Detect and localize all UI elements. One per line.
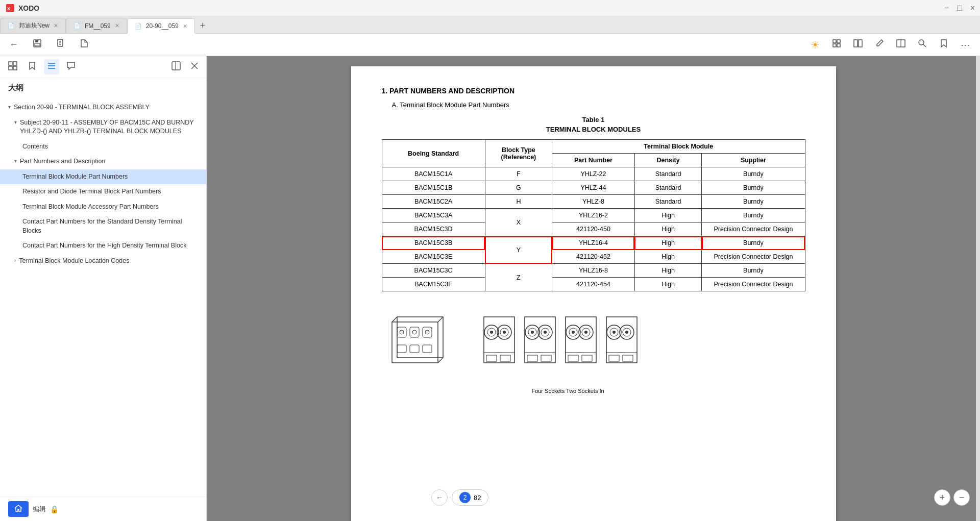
- tab-label: FM__059: [85, 22, 111, 30]
- tab-close-1[interactable]: ✕: [54, 22, 58, 29]
- col-density-header: Density: [634, 154, 701, 167]
- zoom-controls: + −: [934, 489, 970, 506]
- svg-rect-74: [606, 317, 637, 363]
- table-cell-boeing-std: BACM15C3E: [382, 250, 485, 264]
- sidebar-item-resistor-diode[interactable]: Resistor and Diode Terminal Block Part N…: [0, 184, 206, 200]
- table-cell-block-type: H: [485, 195, 552, 209]
- table-cell-part-number: YHLZ-44: [552, 181, 635, 195]
- svg-point-77: [612, 331, 616, 334]
- svg-point-60: [544, 331, 547, 334]
- lock-icon: 🔒: [50, 505, 59, 513]
- svg-rect-26: [172, 62, 180, 70]
- sidebar-item-label: Section 20-90 - TERMINAL BLOCK ASSEMBLY: [14, 103, 150, 112]
- back-button[interactable]: ←: [6, 37, 21, 52]
- fit-page-icon: [832, 39, 841, 48]
- table-cell-part-number: YHLZ16-8: [552, 264, 635, 278]
- thumbnail-tool-button[interactable]: [5, 59, 20, 75]
- svg-line-32: [392, 317, 397, 322]
- scrollbar[interactable]: [976, 56, 980, 521]
- tab-close-2[interactable]: ✕: [115, 22, 119, 29]
- svg-point-41: [400, 330, 404, 334]
- table-cell-boeing-std: BACM15C1A: [382, 167, 485, 181]
- file-icon: [80, 39, 89, 48]
- svg-line-34: [438, 358, 443, 363]
- app-logo: X XODO: [5, 3, 39, 13]
- save-button[interactable]: [30, 37, 45, 53]
- pdf-area[interactable]: 1. PART NUMBERS AND DESCRIPTION A. Termi…: [207, 56, 980, 521]
- more-button[interactable]: ⋯: [958, 37, 974, 53]
- tab-2090059[interactable]: 📄 20-90__059 ✕: [127, 18, 195, 34]
- tab-fm059[interactable]: 📄 FM__059 ✕: [66, 18, 127, 33]
- sidebar: 大纲 ▾ Section 20-90 - TERMINAL BLOCK ASSE…: [0, 56, 207, 521]
- svg-rect-10: [837, 40, 840, 43]
- file-button[interactable]: [77, 37, 92, 53]
- svg-rect-40: [423, 345, 432, 353]
- expand-sidebar-button[interactable]: [168, 59, 184, 75]
- sidebar-item-label: Subject 20-90-11 - ASSEMBLY OF BACM15C A…: [20, 118, 198, 136]
- sidebar-item-contact-standard[interactable]: Contact Part Numbers for the Standard De…: [0, 214, 206, 238]
- current-page: 2: [459, 492, 471, 503]
- comment-tool-button[interactable]: [63, 59, 79, 75]
- prev-page-button[interactable]: ←: [431, 489, 448, 506]
- outline-tool-button[interactable]: [44, 59, 59, 75]
- home-icon: [14, 504, 22, 512]
- sidebar-item-label: Terminal Block Module Location Codes: [19, 257, 129, 266]
- svg-rect-36: [410, 327, 419, 337]
- svg-rect-3: [35, 40, 38, 42]
- svg-line-18: [923, 44, 926, 47]
- tab-icon: 📄: [8, 22, 15, 29]
- sidebar-item-label: Terminal Block Module Accessory Part Num…: [22, 203, 159, 212]
- split-button[interactable]: [893, 37, 909, 53]
- sun-button[interactable]: ☀: [807, 37, 823, 53]
- tab-bangdikuai[interactable]: 📄 邦迪块New ✕: [0, 18, 66, 33]
- table-cell-density: High: [634, 278, 701, 291]
- home-button[interactable]: [8, 501, 29, 517]
- close-button[interactable]: ×: [970, 4, 975, 13]
- zoom-in-button[interactable]: +: [934, 489, 950, 506]
- svg-rect-54: [525, 317, 555, 363]
- chevron-down-icon: ▾: [14, 119, 17, 125]
- minimize-button[interactable]: −: [944, 4, 949, 13]
- tab-close-3[interactable]: ✕: [183, 23, 187, 30]
- sidebar-item-part-numbers[interactable]: ▾ Part Numbers and Description: [0, 154, 206, 169]
- app-name: XODO: [18, 4, 39, 12]
- page-indicator: 2 82: [452, 489, 488, 506]
- svg-point-67: [572, 331, 575, 334]
- sidebar-item-subject209011[interactable]: ▾ Subject 20-90-11 - ASSEMBLY OF BACM15C…: [0, 115, 206, 139]
- svg-rect-63: [541, 355, 551, 361]
- compare-button[interactable]: [850, 37, 866, 53]
- sidebar-item-contents[interactable]: Contents: [0, 139, 206, 155]
- window-controls[interactable]: − □ ×: [944, 4, 975, 13]
- sidebar-item-contact-high[interactable]: Contact Part Numbers for the High Densit…: [0, 238, 206, 254]
- sidebar-item-location-codes[interactable]: › Terminal Block Module Location Codes: [0, 254, 206, 269]
- sidebar-item-terminal-block-part-numbers[interactable]: Terminal Block Module Part Numbers: [0, 169, 206, 185]
- fit-page-button[interactable]: [829, 37, 844, 53]
- sidebar-item-section2090[interactable]: ▾ Section 20-90 - TERMINAL BLOCK ASSEMBL…: [0, 100, 206, 115]
- outline-icon: [47, 61, 56, 70]
- zoom-out-button[interactable]: −: [953, 489, 970, 506]
- bookmark2-button[interactable]: [936, 37, 951, 53]
- page-total: 82: [474, 494, 481, 502]
- table-cell-boeing-std: BACM15C3A: [382, 209, 485, 222]
- drawings-area: Four Sockets Two Sockets In: [382, 302, 805, 394]
- table-cell-boeing-std: BACM15C3C: [382, 264, 485, 278]
- svg-rect-39: [410, 345, 419, 353]
- svg-point-80: [625, 331, 628, 334]
- bookmark-tool-button[interactable]: [24, 59, 40, 75]
- new-tab-button[interactable]: +: [195, 18, 211, 33]
- split-icon: [896, 39, 905, 48]
- bookmark-icon: [28, 61, 37, 70]
- table-cell-density: High: [634, 209, 701, 222]
- restore-button[interactable]: □: [957, 4, 962, 13]
- sidebar-bottom: 编辑 🔒: [0, 497, 206, 521]
- close-sidebar-button[interactable]: [188, 60, 201, 73]
- svg-rect-4: [35, 43, 40, 46]
- edit-button[interactable]: [872, 37, 887, 53]
- col-boeing-standard-header: Boeing Standard: [382, 140, 485, 167]
- doc-button[interactable]: [53, 37, 68, 53]
- table-cell-part-number: YHLZ-22: [552, 167, 635, 181]
- table-cell-supplier: Precision Connector Design: [702, 278, 805, 291]
- chevron-right-icon: ›: [14, 258, 16, 263]
- search-button[interactable]: [915, 37, 930, 53]
- sidebar-item-accessory[interactable]: Terminal Block Module Accessory Part Num…: [0, 200, 206, 215]
